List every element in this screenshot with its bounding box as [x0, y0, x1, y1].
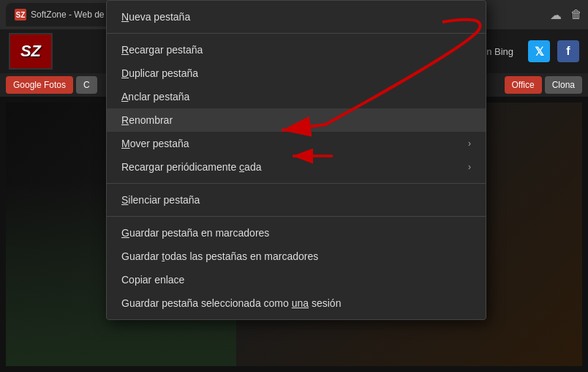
cloud-icon: ☁ — [550, 8, 562, 22]
menu-separator-3 — [107, 216, 486, 217]
twitter-icon[interactable]: 𝕏 — [528, 40, 550, 62]
menu-item-copiar-enlace[interactable]: Copiar enlace — [107, 268, 486, 291]
tab-favicon: SZ — [15, 9, 26, 21]
menu-item-silenciar-pestana[interactable]: Silenciar pestaña — [107, 188, 486, 212]
menu-item-recargar-pestana[interactable]: Recargar pestaña — [107, 38, 486, 62]
menu-item-guardar-todas-marcadores[interactable]: Guardar todas las pestañas en marcadores — [107, 245, 486, 268]
menu-separator-1 — [107, 33, 486, 34]
bookmark-google-fotos[interactable]: Google Fotos — [6, 76, 73, 94]
browser-controls: ☁ 🗑 — [550, 8, 582, 22]
menu-item-guardar-como-sesion[interactable]: Guardar pestaña seleccionada como una se… — [107, 291, 486, 315]
trash-icon: 🗑 — [570, 8, 582, 21]
site-logo: SZ — [9, 33, 53, 70]
context-menu: Nueva pestaña Recargar pestaña Duplicar … — [106, 0, 486, 320]
bookmark-office[interactable]: Office — [505, 76, 542, 94]
submenu-chevron-mover: › — [468, 138, 471, 149]
facebook-icon[interactable]: f — [557, 40, 579, 62]
menu-item-anclar-pestana[interactable]: Anclar pestaña — [107, 85, 486, 108]
menu-separator-2 — [107, 183, 486, 184]
menu-item-recargar-periodicamente[interactable]: Recargar periódicamente cada › — [107, 155, 486, 179]
menu-item-nueva-pestana[interactable]: Nueva pestaña — [107, 5, 486, 29]
menu-item-mover-pestana[interactable]: Mover pestaña › — [107, 132, 486, 155]
bookmark-clona[interactable]: Clona — [545, 76, 582, 94]
bookmark-c[interactable]: C — [76, 76, 97, 94]
menu-item-renombrar[interactable]: Renombrar — [107, 108, 486, 132]
tab-title: SoftZone - Web de sofi... — [31, 10, 117, 20]
submenu-chevron-recargar: › — [468, 162, 471, 172]
menu-item-duplicar-pestana[interactable]: Duplicar pestaña — [107, 62, 486, 85]
menu-item-guardar-pestana-marcadores[interactable]: Guardar pestaña en marcadores — [107, 221, 486, 245]
